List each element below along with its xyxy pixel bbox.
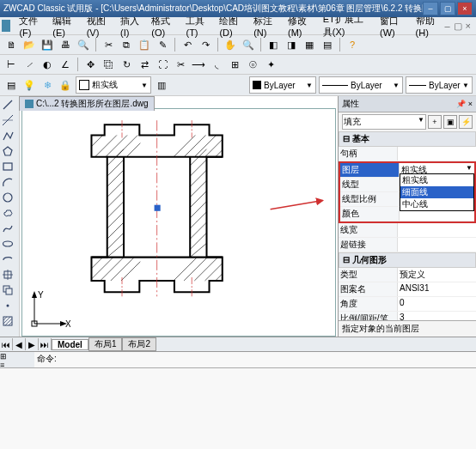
- svg-marker-70: [32, 291, 37, 298]
- pan-icon[interactable]: ✋: [223, 37, 238, 52]
- doc-tab-label: C:\...2 转换图形所在图层.dwg: [36, 98, 149, 110]
- tab-model[interactable]: Model: [52, 339, 88, 350]
- lineweight-select[interactable]: ByLayer▼: [406, 76, 473, 94]
- preview-icon[interactable]: 🔍: [76, 37, 91, 52]
- properties-header[interactable]: 属性 📌 ×: [339, 96, 476, 112]
- rotate-icon[interactable]: ↻: [119, 57, 134, 72]
- tab-layout2[interactable]: 布局2: [122, 337, 156, 351]
- layer-dropdown[interactable]: 粗实线 细面线 中心线: [400, 173, 474, 211]
- paste-icon[interactable]: 📋: [137, 37, 152, 52]
- svg-line-36: [190, 191, 206, 207]
- layer-states-icon[interactable]: ▥: [154, 77, 169, 93]
- section-geometry[interactable]: ⊟ 几何图形: [339, 252, 476, 268]
- save-icon[interactable]: 💾: [40, 37, 55, 52]
- line-icon[interactable]: [1, 98, 15, 112]
- svg-line-16: [5, 319, 12, 325]
- svg-line-28: [107, 212, 124, 228]
- close-button[interactable]: ×: [457, 2, 473, 15]
- tool1-icon[interactable]: ◧: [265, 37, 281, 52]
- dim-radius-icon[interactable]: ◐: [40, 57, 55, 72]
- open-icon[interactable]: 📂: [21, 37, 37, 52]
- select-obj-icon[interactable]: ▣: [443, 115, 457, 129]
- explode-icon[interactable]: ✦: [263, 57, 278, 72]
- tab-layout1[interactable]: 布局1: [88, 337, 123, 351]
- svg-line-0: [3, 100, 12, 109]
- help-icon[interactable]: ?: [345, 37, 360, 52]
- point-icon[interactable]: [1, 299, 15, 312]
- layer-mgr-icon[interactable]: ▤: [3, 77, 19, 93]
- copy2-icon[interactable]: ⿻: [101, 57, 116, 72]
- trim-icon[interactable]: ✂: [173, 57, 188, 72]
- svg-line-48: [184, 135, 205, 156]
- cmd-icon-1[interactable]: ⊞: [0, 352, 34, 361]
- tool3-icon[interactable]: ▦: [302, 37, 317, 52]
- layer-option-3[interactable]: 中心线: [400, 198, 473, 210]
- match-icon[interactable]: ✎: [155, 37, 170, 52]
- svg-line-53: [91, 258, 113, 279]
- copy-icon[interactable]: ⧉: [119, 37, 134, 52]
- doc-close-button[interactable]: ×: [466, 21, 471, 31]
- ellipse-icon[interactable]: [1, 237, 15, 251]
- scale-icon[interactable]: ⛶: [155, 57, 170, 72]
- svg-line-15: [3, 317, 10, 324]
- tab-first-icon[interactable]: ⏮: [0, 338, 13, 350]
- rectangle-icon[interactable]: [1, 160, 15, 173]
- dim-align-icon[interactable]: ⟋: [21, 57, 37, 72]
- section-basic[interactable]: ⊟ 基本: [339, 131, 476, 147]
- layer-option-1[interactable]: 粗实线: [400, 174, 473, 186]
- freeze-icon[interactable]: ❄: [40, 77, 55, 93]
- panel-pin-icon[interactable]: 📌 ×: [456, 100, 473, 108]
- bulb-icon[interactable]: 💡: [21, 77, 37, 93]
- extend-icon[interactable]: ⟶: [191, 57, 206, 72]
- svg-line-68: [271, 201, 323, 209]
- mirror-icon[interactable]: ⇄: [137, 57, 152, 72]
- undo-icon[interactable]: ↶: [180, 37, 195, 52]
- doc-minimize-button[interactable]: –: [444, 21, 449, 31]
- current-layer-select[interactable]: 粗实线 ▼: [76, 76, 151, 94]
- tool2-icon[interactable]: ◨: [284, 37, 299, 52]
- quick-select-icon[interactable]: ⚡: [459, 115, 473, 129]
- tab-next-icon[interactable]: ▶: [26, 338, 39, 350]
- dim-linear-icon[interactable]: ⊢: [3, 57, 19, 72]
- redo-icon[interactable]: ↷: [198, 37, 213, 52]
- fillet-icon[interactable]: ◟: [209, 57, 224, 72]
- object-type-select[interactable]: 填充 ▼: [342, 114, 426, 130]
- linetype-select[interactable]: ByLayer▼: [319, 76, 403, 94]
- svg-marker-3: [3, 147, 12, 155]
- polygon-icon[interactable]: [1, 144, 15, 158]
- color-select[interactable]: ■ ByLayer▼: [249, 76, 316, 94]
- tool4-icon[interactable]: ▤: [320, 37, 335, 52]
- minimize-button[interactable]: –: [423, 2, 438, 15]
- drawing-canvas[interactable]: Y X: [21, 108, 336, 337]
- lock-icon[interactable]: 🔒: [58, 77, 73, 93]
- make-block-icon[interactable]: [1, 283, 15, 297]
- pick-add-icon[interactable]: +: [428, 115, 442, 129]
- maximize-button[interactable]: ▢: [440, 2, 455, 15]
- array-icon[interactable]: ⊞: [227, 57, 242, 72]
- xline-icon[interactable]: [1, 113, 15, 127]
- tab-prev-icon[interactable]: ◀: [13, 338, 26, 350]
- print-icon[interactable]: 🖶: [58, 37, 73, 52]
- dim-angle-icon[interactable]: ∠: [58, 57, 73, 72]
- document-tab[interactable]: C:\...2 转换图形所在图层.dwg: [19, 96, 155, 111]
- prop-layer-row[interactable]: 图层 粗实线▼ 粗实线 细面线 中心线: [340, 163, 474, 178]
- properties-body[interactable]: ⊟ 基本 句柄 图层 粗实线▼ 粗实线 细面线 中心线 线型0 线型比例: [339, 131, 476, 320]
- zoom-icon[interactable]: 🔍: [241, 37, 256, 52]
- insert-block-icon[interactable]: [1, 268, 15, 282]
- move-icon[interactable]: ✥: [82, 57, 98, 72]
- arc-icon[interactable]: [1, 175, 15, 189]
- cmd-icon-2[interactable]: ≡: [0, 361, 34, 369]
- polyline-icon[interactable]: [1, 129, 15, 143]
- property-hint: 指定对象的当前图层: [339, 320, 476, 337]
- spline-icon[interactable]: [1, 221, 15, 235]
- layer-option-2[interactable]: 细面线: [400, 186, 473, 198]
- revcloud-icon[interactable]: [1, 206, 15, 220]
- doc-restore-button[interactable]: ▢: [454, 21, 462, 32]
- circle-icon[interactable]: [1, 191, 15, 204]
- offset-icon[interactable]: ⦾: [245, 57, 260, 72]
- ellipse-arc-icon[interactable]: [1, 252, 15, 266]
- hatch-icon[interactable]: [1, 314, 15, 328]
- cut-icon[interactable]: ✂: [101, 37, 116, 52]
- tab-last-icon[interactable]: ⏭: [39, 338, 52, 350]
- new-icon[interactable]: 🗎: [3, 37, 19, 52]
